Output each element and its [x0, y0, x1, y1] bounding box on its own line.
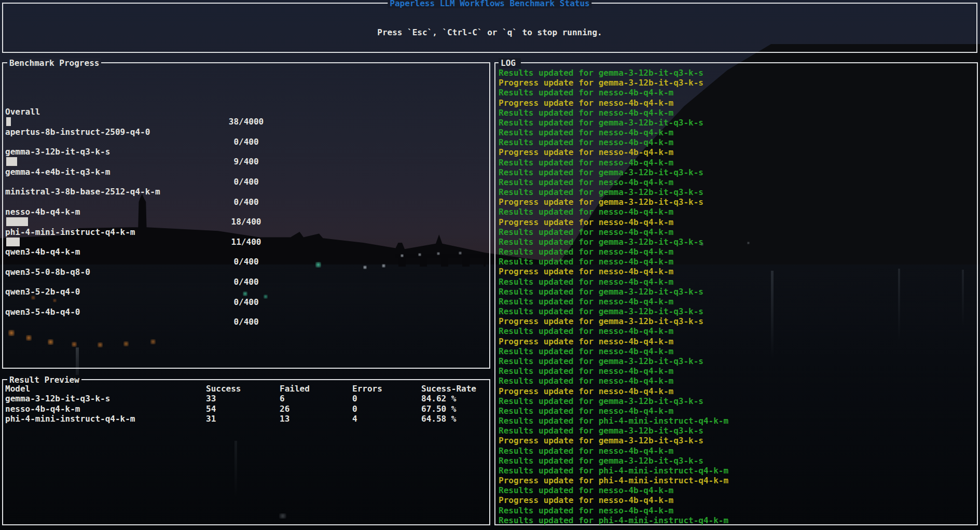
- table-cell: 6: [280, 394, 352, 403]
- progress-gauge: 0/400: [5, 137, 487, 147]
- log-entry: Results updated for gemma-3-12b-it-q3-k-…: [499, 168, 975, 177]
- quit-hint: Press `Esc`, `Ctrl-C` or `q` to stop run…: [3, 4, 976, 37]
- progress-gauge-bar: [6, 238, 20, 246]
- log-entry: Progress update for gemma-3-12b-it-q3-k-…: [499, 197, 975, 207]
- result-table: ModelSuccessFailedErrorsSucess-Rate gemm…: [3, 380, 489, 424]
- log-entry: Results updated for phi-4-mini-instruct-…: [499, 466, 975, 476]
- log-entry: Results updated for nesso-4b-q4-k-m: [499, 88, 975, 97]
- progress-item: gemma-3-12b-it-q3-k-s9/400: [5, 147, 487, 167]
- preview-header-cell: Sucess-Rate: [421, 384, 487, 394]
- progress-gauge-count: 0/400: [233, 317, 258, 327]
- log-lines: Results updated for gemma-3-12b-it-q3-k-…: [495, 63, 977, 525]
- progress-item-label: phi-4-mini-instruct-q4-k-m: [5, 227, 487, 237]
- progress-gauge-count: 9/400: [233, 157, 258, 166]
- log-entry: Progress update for nesso-4b-q4-k-m: [499, 386, 975, 396]
- progress-gauge-bar: [6, 117, 11, 126]
- progress-item: phi-4-mini-instruct-q4-k-m11/400: [5, 227, 487, 247]
- log-entry: Results updated for phi-4-mini-instruct-…: [499, 416, 975, 426]
- table-cell: 4: [352, 414, 421, 424]
- progress-item-label: qwen3-5-2b-q4-0: [5, 287, 487, 297]
- log-entry: Results updated for gemma-3-12b-it-q3-k-…: [499, 456, 975, 466]
- table-cell: nesso-4b-q4-k-m: [5, 404, 206, 414]
- progress-item: ministral-3-8b-base-2512-q4-k-m0/400: [5, 187, 487, 207]
- table-cell: 26: [280, 404, 352, 414]
- progress-gauge-bar: [6, 217, 28, 226]
- progress-item-label: gemma-3-12b-it-q3-k-s: [5, 147, 487, 157]
- log-entry: Results updated for nesso-4b-q4-k-m: [499, 137, 975, 147]
- log-entry: Results updated for nesso-4b-q4-k-m: [499, 158, 975, 168]
- progress-item: nesso-4b-q4-k-m18/400: [5, 207, 487, 227]
- log-entry: Progress update for nesso-4b-q4-k-m: [499, 217, 975, 227]
- log-panel-title: LOG: [499, 58, 521, 68]
- log-entry: Results updated for nesso-4b-q4-k-m: [499, 297, 975, 306]
- log-entry: Results updated for nesso-4b-q4-k-m: [499, 406, 975, 416]
- log-entry: Results updated for gemma-3-12b-it-q3-k-…: [499, 306, 975, 316]
- progress-gauge-bar: [6, 157, 17, 166]
- log-entry: Results updated for nesso-4b-q4-k-m: [499, 247, 975, 257]
- progress-gauge: 0/400: [5, 177, 487, 187]
- table-cell: 31: [206, 414, 280, 424]
- progress-gauge: 9/400: [5, 157, 487, 166]
- table-row: nesso-4b-q4-k-m5426067.50 %: [5, 404, 487, 414]
- log-entry: Results updated for nesso-4b-q4-k-m: [499, 346, 975, 356]
- log-entry: Progress update for gemma-3-12b-it-q3-k-…: [499, 78, 975, 88]
- progress-item-label: qwen3-5-4b-q4-0: [5, 307, 487, 317]
- log-entry: Results updated for nesso-4b-q4-k-m: [499, 376, 975, 386]
- log-entry: Results updated for gemma-3-12b-it-q3-k-…: [499, 287, 975, 297]
- progress-item-label: gemma-4-e4b-it-q3-k-m: [5, 167, 487, 177]
- log-entry: Progress update for nesso-4b-q4-k-m: [499, 98, 975, 108]
- progress-item: qwen3-5-2b-q4-00/400: [5, 287, 487, 307]
- progress-item-label: apertus-8b-instruct-2509-q4-0: [5, 127, 487, 137]
- progress-item-label: qwen3-4b-q4-k-m: [5, 247, 487, 257]
- progress-item: apertus-8b-instruct-2509-q4-00/400: [5, 127, 487, 147]
- progress-gauge: 0/400: [5, 197, 487, 207]
- terminal-screen: Paperless LLM Workflows Benchmark Status…: [0, 0, 980, 530]
- log-entry: Progress update for nesso-4b-q4-k-m: [499, 495, 975, 505]
- preview-header-cell: Model: [5, 384, 206, 394]
- progress-list: Overall38/4000apertus-8b-instruct-2509-q…: [3, 63, 489, 327]
- progress-item: qwen3-4b-q4-k-m0/400: [5, 247, 487, 267]
- table-cell: 13: [280, 414, 352, 424]
- progress-gauge: 0/400: [5, 257, 487, 267]
- progress-gauge: 11/400: [5, 237, 487, 247]
- progress-gauge: 38/4000: [5, 117, 487, 127]
- progress-item-label: nesso-4b-q4-k-m: [5, 207, 487, 217]
- table-cell: 33: [206, 394, 280, 403]
- table-cell: 64.58 %: [421, 414, 487, 424]
- progress-gauge: 0/400: [5, 277, 487, 287]
- progress-item-label: qwen3-5-0-8b-q8-0: [5, 267, 487, 277]
- log-entry: Results updated for nesso-4b-q4-k-m: [499, 227, 975, 237]
- progress-gauge-count: 0/400: [233, 137, 258, 147]
- log-entry: Results updated for gemma-3-12b-it-q3-k-…: [499, 237, 975, 247]
- header-panel: Paperless LLM Workflows Benchmark Status…: [2, 3, 977, 53]
- table-row: gemma-3-12b-it-q3-k-s336084.62 %: [5, 394, 487, 403]
- log-entry: Results updated for gemma-3-12b-it-q3-k-…: [499, 396, 975, 406]
- table-body: gemma-3-12b-it-q3-k-s336084.62 %nesso-4b…: [5, 394, 487, 424]
- app-title: Paperless LLM Workflows Benchmark Status: [388, 0, 591, 8]
- log-entry: Results updated for nesso-4b-q4-k-m: [499, 485, 975, 495]
- preview-panel-title: Result Preview: [7, 375, 81, 385]
- progress-gauge: 0/400: [5, 297, 487, 307]
- table-cell: 0: [352, 404, 421, 414]
- log-entry: Results updated for nesso-4b-q4-k-m: [499, 177, 975, 187]
- table-cell: 0: [352, 394, 421, 403]
- table-cell: 67.50 %: [421, 404, 487, 414]
- log-entry: Results updated for gemma-3-12b-it-q3-k-…: [499, 187, 975, 197]
- table-header-row: ModelSuccessFailedErrorsSucess-Rate: [5, 384, 487, 394]
- result-preview-panel: Result Preview ModelSuccessFailedErrorsS…: [2, 379, 490, 525]
- log-entry: Results updated for nesso-4b-q4-k-m: [499, 366, 975, 376]
- log-entry: Results updated for nesso-4b-q4-k-m: [499, 207, 975, 217]
- table-cell: gemma-3-12b-it-q3-k-s: [5, 394, 206, 403]
- progress-item: gemma-4-e4b-it-q3-k-m0/400: [5, 167, 487, 187]
- log-entry: Results updated for gemma-3-12b-it-q3-k-…: [499, 68, 975, 78]
- log-entry: Results updated for nesso-4b-q4-k-m: [499, 326, 975, 336]
- progress-gauge-count: 11/400: [231, 237, 261, 247]
- log-entry: Progress update for nesso-4b-q4-k-m: [499, 267, 975, 276]
- progress-gauge-count: 0/400: [233, 197, 258, 207]
- table-cell: 84.62 %: [421, 394, 487, 403]
- log-entry: Progress update for nesso-4b-q4-k-m: [499, 337, 975, 346]
- benchmark-progress-panel: Benchmark Progress Overall38/4000apertus…: [2, 62, 490, 369]
- progress-gauge-count: 38/4000: [229, 117, 264, 127]
- log-entry: Progress update for phi-4-mini-instruct-…: [499, 476, 975, 485]
- progress-gauge: 0/400: [5, 317, 487, 327]
